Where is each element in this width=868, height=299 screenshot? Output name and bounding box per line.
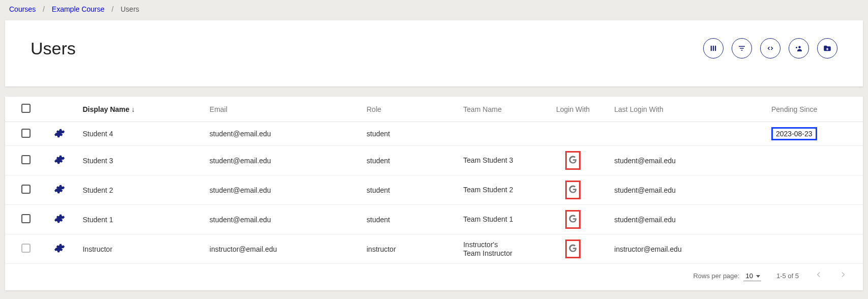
breadcrumb-sep: / xyxy=(106,5,119,13)
cell-display-name: Student 2 xyxy=(77,175,204,205)
cell-last-login xyxy=(609,122,766,146)
svg-point-6 xyxy=(798,46,801,49)
row-settings-gear-icon[interactable] xyxy=(54,243,65,254)
cell-email: instructor@email.edu xyxy=(205,234,362,264)
cell-role: instructor xyxy=(362,234,458,264)
columns-button[interactable] xyxy=(703,38,724,58)
columns-icon xyxy=(709,44,718,53)
header-display-name[interactable]: Display Name↓ xyxy=(77,97,204,122)
row-checkbox[interactable] xyxy=(21,214,31,223)
cell-last-login: student@email.edu xyxy=(609,175,766,205)
cell-team-name: Team Student 1 xyxy=(458,205,536,234)
cell-pending-since: 2023-08-23 xyxy=(766,122,863,146)
cell-display-name: Instructor xyxy=(77,234,204,264)
table-row: Student 1student@email.edustudentTeam St… xyxy=(5,205,863,234)
cell-login-with xyxy=(537,205,609,234)
cell-team-name xyxy=(458,122,536,146)
cell-last-login: instructor@email.edu xyxy=(609,234,766,264)
cell-login-with xyxy=(537,146,609,175)
cell-pending-since xyxy=(766,175,863,205)
header-email[interactable]: Email xyxy=(205,97,362,122)
page-range: 1-5 of 5 xyxy=(776,272,799,280)
sort-desc-icon: ↓ xyxy=(131,105,135,113)
cell-display-name: Student 4 xyxy=(77,122,204,146)
pending-since-highlight: 2023-08-23 xyxy=(771,127,817,140)
filter-icon xyxy=(737,44,746,53)
cell-email: student@email.edu xyxy=(205,122,362,146)
breadcrumb-link-courses[interactable]: Courses xyxy=(9,5,36,13)
add-user-button[interactable] xyxy=(789,38,809,58)
header-checkbox-cell xyxy=(5,97,41,122)
filter-button[interactable] xyxy=(732,38,752,58)
row-checkbox[interactable] xyxy=(21,155,31,164)
breadcrumb-current: Users xyxy=(121,5,139,13)
cell-role: student xyxy=(362,122,458,146)
pagination: 1-5 of 5 xyxy=(776,270,848,282)
google-icon xyxy=(568,155,578,165)
row-settings-gear-icon[interactable] xyxy=(54,213,65,224)
header-role[interactable]: Role xyxy=(362,97,458,122)
users-table: Display Name↓ Email Role Team Name Login… xyxy=(5,97,863,264)
header-login-with[interactable]: Login With xyxy=(537,97,609,122)
folder-add-icon xyxy=(823,44,832,53)
import-button[interactable] xyxy=(817,38,837,58)
cell-pending-since xyxy=(766,234,863,264)
rows-per-page-select[interactable]: 10 xyxy=(743,271,761,281)
row-settings-gear-icon[interactable] xyxy=(54,154,65,165)
google-icon xyxy=(568,214,578,224)
code-icon xyxy=(766,44,775,53)
table-footer: Rows per page: 10 1-5 of 5 xyxy=(5,264,863,288)
next-page-button[interactable] xyxy=(838,270,848,282)
row-settings-gear-icon[interactable] xyxy=(54,184,65,195)
cell-last-login: student@email.edu xyxy=(609,205,766,234)
add-user-icon xyxy=(794,44,803,53)
google-icon xyxy=(568,184,578,194)
row-checkbox[interactable] xyxy=(21,185,31,194)
row-checkbox xyxy=(21,244,31,253)
cell-login-with xyxy=(537,175,609,205)
header-last-login[interactable]: Last Login With xyxy=(609,97,766,122)
page-title: Users xyxy=(31,39,76,58)
header-pending-since[interactable]: Pending Since xyxy=(766,97,863,122)
cell-login-with xyxy=(537,234,609,264)
cell-pending-since xyxy=(766,205,863,234)
users-table-card: Display Name↓ Email Role Team Name Login… xyxy=(5,97,863,290)
cell-role: student xyxy=(362,175,458,205)
cell-pending-since xyxy=(766,146,863,175)
cell-team-name: Team Student 3 xyxy=(458,146,536,175)
table-header-row: Display Name↓ Email Role Team Name Login… xyxy=(5,97,863,122)
breadcrumb-sep: / xyxy=(38,5,50,13)
cell-display-name: Student 3 xyxy=(77,146,204,175)
svg-rect-0 xyxy=(711,46,712,51)
cell-role: student xyxy=(362,146,458,175)
login-provider-highlight xyxy=(565,210,581,229)
login-provider-highlight xyxy=(565,240,581,258)
breadcrumb-link-course[interactable]: Example Course xyxy=(52,5,105,13)
cell-last-login: student@email.edu xyxy=(609,146,766,175)
embed-button[interactable] xyxy=(760,38,780,58)
cell-login-with xyxy=(537,122,609,146)
row-checkbox[interactable] xyxy=(21,129,31,138)
row-settings-gear-icon[interactable] xyxy=(54,128,65,139)
login-provider-highlight xyxy=(565,151,581,170)
chevron-left-icon xyxy=(814,270,823,279)
cell-role: student xyxy=(362,205,458,234)
cell-email: student@email.edu xyxy=(205,146,362,175)
login-provider-highlight xyxy=(565,181,581,199)
cell-display-name: Student 1 xyxy=(77,205,204,234)
breadcrumb: Courses / Example Course / Users xyxy=(0,0,868,20)
rows-per-page: Rows per page: 10 xyxy=(693,271,761,281)
header-team-name[interactable]: Team Name xyxy=(458,97,536,122)
svg-rect-2 xyxy=(715,46,716,51)
rows-per-page-label: Rows per page: xyxy=(693,272,739,280)
select-all-checkbox[interactable] xyxy=(21,104,31,113)
cell-email: student@email.edu xyxy=(205,205,362,234)
table-row: Student 3student@email.edustudentTeam St… xyxy=(5,146,863,175)
cell-email: student@email.edu xyxy=(205,175,362,205)
cell-team-name: Instructor's Team Instructor xyxy=(458,234,536,264)
chevron-right-icon xyxy=(838,270,848,279)
google-icon xyxy=(568,243,578,253)
prev-page-button[interactable] xyxy=(814,270,823,282)
table-row: Student 4student@email.edustudent2023-08… xyxy=(5,122,863,146)
table-row: Instructorinstructor@email.eduinstructor… xyxy=(5,234,863,264)
